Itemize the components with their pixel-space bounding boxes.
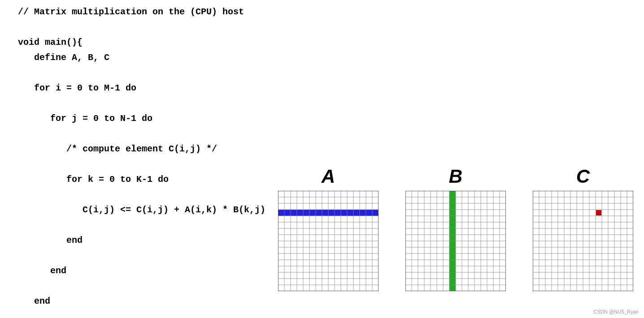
code-line-2: void main(){: [18, 35, 265, 50]
matrix-label-A: A: [322, 166, 335, 187]
code-line-8: [18, 126, 265, 142]
code-line-19: end: [18, 294, 265, 309]
code-line-7: for j = 0 to N-1 do: [18, 111, 265, 126]
code-line-6: [18, 96, 265, 111]
matrix-canvas-A: [278, 191, 379, 291]
code-line-18: [18, 279, 265, 294]
code-line-20: [18, 309, 265, 318]
matrix-B: B: [405, 166, 506, 291]
matrix-canvas-B: [405, 191, 506, 291]
code-line-4: [18, 65, 265, 81]
code-line-11: for k = 0 to K-1 do: [18, 172, 265, 187]
matrix-A: A: [278, 166, 379, 291]
code-line-1: [18, 20, 265, 35]
matrix-label-B: B: [449, 166, 462, 187]
code-line-13: C(i,j) <= C(i,j) + A(i,k) * B(k,j): [18, 202, 265, 218]
code-line-14: [18, 218, 265, 233]
code-line-15: end: [18, 233, 265, 248]
code-line-0: // Matrix multiplication on the (CPU) ho…: [18, 4, 265, 20]
code-line-16: [18, 248, 265, 263]
matrices-section: ABC: [278, 166, 633, 291]
code-line-17: end: [18, 263, 265, 279]
code-section: // Matrix multiplication on the (CPU) ho…: [18, 4, 265, 318]
code-line-3: define A, B, C: [18, 50, 265, 65]
matrix-C: C: [533, 166, 633, 291]
matrix-label-C: C: [576, 166, 590, 187]
code-line-9: /* compute element C(i,j) */: [18, 142, 265, 157]
watermark: CSDN @NUS_Ryan: [594, 309, 639, 314]
code-line-12: [18, 187, 265, 202]
matrix-canvas-C: [533, 191, 633, 291]
code-line-10: [18, 157, 265, 172]
code-line-5: for i = 0 to M-1 do: [18, 81, 265, 96]
